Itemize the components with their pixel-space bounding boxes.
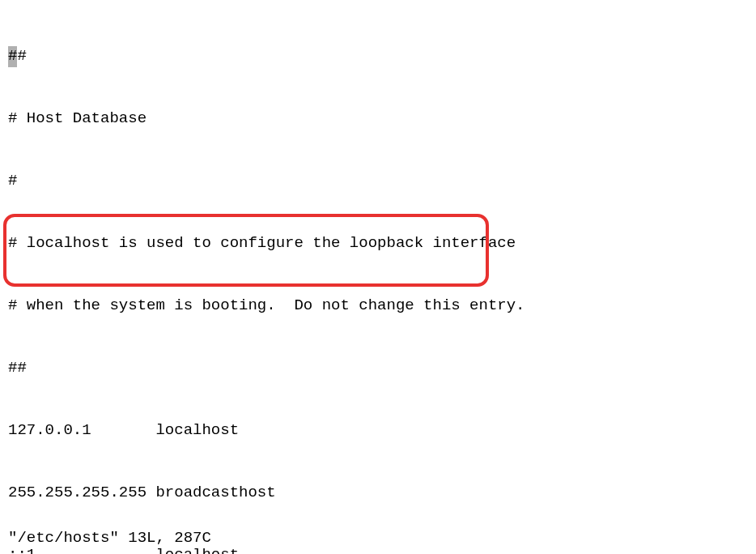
file-line: # when the system is booting. Do not cha… bbox=[8, 296, 748, 317]
cursor: # bbox=[8, 46, 17, 67]
file-line: # Host Database bbox=[8, 109, 748, 130]
file-line: ## bbox=[8, 46, 748, 67]
file-line: 127.0.0.1 localhost bbox=[8, 420, 748, 441]
file-text: # bbox=[17, 47, 26, 65]
file-line: # bbox=[8, 171, 748, 192]
file-line: # localhost is used to configure the loo… bbox=[8, 233, 748, 254]
file-line: 255.255.255.255 broadcasthost bbox=[8, 483, 748, 504]
terminal-editor[interactable]: ## # Host Database # # localhost is used… bbox=[8, 5, 748, 554]
file-line: ## bbox=[8, 358, 748, 379]
vim-status-line: "/etc/hosts" 13L, 287C bbox=[8, 528, 211, 549]
